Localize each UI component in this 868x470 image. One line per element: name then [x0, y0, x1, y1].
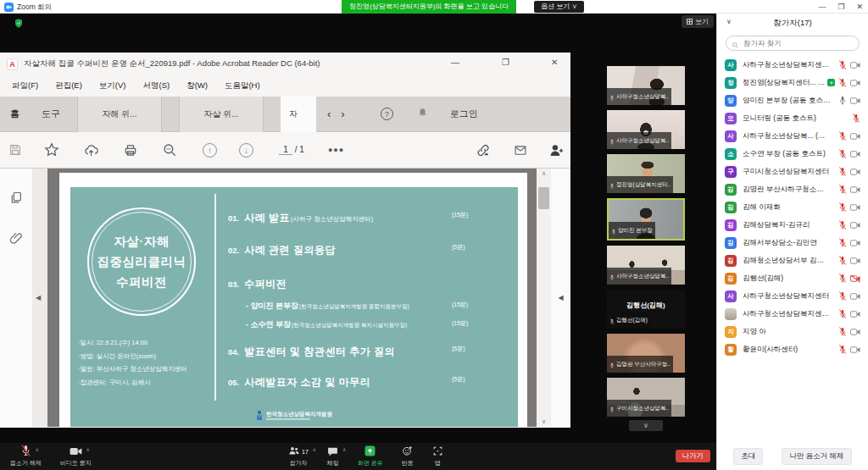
mic-muted-icon [838, 307, 847, 322]
print-icon[interactable] [123, 143, 138, 158]
avatar: 김 [725, 255, 737, 267]
more-videos-button[interactable]: ∨ [629, 420, 663, 431]
participant-row[interactable]: 소소수연 부장 (공동 호스트) [717, 145, 868, 163]
security-shield-icon[interactable] [14, 17, 24, 32]
participant-row[interactable]: 김김해청소년상담서부 김진숙 [717, 252, 868, 269]
leave-button[interactable]: 나가기 [676, 450, 711, 462]
participant-row[interactable]: 지지영 아 [717, 323, 868, 340]
email-icon[interactable] [513, 144, 528, 157]
view-options-button[interactable]: 옵션 보기 ∨ [534, 1, 584, 13]
acrobat-reader-window: A 자살자해 집클 수퍼비전 운영 순서_220919.pdf - Adobe … [0, 53, 570, 428]
save-icon[interactable] [8, 143, 22, 157]
bell-icon[interactable] [417, 107, 428, 122]
screen-viewing-banner: 정진영(상담복지센터지원부)의 화면을 보고 있습니다 [342, 0, 516, 14]
page-number-field[interactable]: 1 [279, 145, 292, 155]
video-tile[interactable]: 김행선(김해)김행선(김해) [607, 290, 685, 329]
video-tile[interactable]: 사하구청소년상담복.. [607, 110, 685, 149]
mic-muted-icon [838, 129, 847, 144]
view-button[interactable]: 보기 [682, 15, 714, 28]
next-page-icon[interactable]: ↓ [239, 143, 253, 158]
pdf-maximize-button[interactable]: ❐ [502, 58, 509, 67]
pdf-menu-item-2[interactable]: 보기(V) [91, 80, 135, 91]
caret-up-icon[interactable]: ∧ [342, 446, 346, 452]
video-tile[interactable]: 사하구청소년상담복.. [607, 66, 685, 105]
agenda-item: 01.사례 발표(사하구 청소년상담복지센터)(15분) [228, 211, 511, 225]
participant-row[interactable]: 김김행선(김해) [717, 269, 868, 287]
video-tile[interactable]: 구미시청소년상담복.. [607, 378, 685, 417]
cloud-upload-icon[interactable] [83, 143, 99, 158]
more-tools-icon[interactable]: ●●● [328, 146, 344, 154]
participant-row[interactable]: 황황윤미(사하센터) [717, 340, 868, 358]
pdf-scrollbar-thumb[interactable] [538, 187, 549, 209]
mic-muted-icon [838, 182, 847, 197]
participant-row[interactable]: 모모니터링 (공동 호스트) [717, 109, 868, 127]
camera-icon [850, 342, 860, 357]
video-tile[interactable]: 김명란 부산사하구청.. [607, 334, 685, 373]
participant-row[interactable]: 양양미진 본부장 (공동 호스트) [717, 91, 868, 109]
participant-row[interactable]: 사사하구청소년상담복지센터(장... (나) [717, 56, 868, 74]
toolbar-chat-button[interactable]: ∧채팅 [327, 445, 339, 467]
participant-row[interactable]: 김김해서부상담소-김민연 [717, 234, 868, 252]
sign-person-icon[interactable] [548, 143, 564, 158]
participant-row[interactable]: 정정진영(상담복지센터... (호스트) [717, 74, 868, 91]
toolbar-participants-button[interactable]: 17∧참가자 [288, 445, 309, 467]
search-icon [732, 37, 739, 53]
login-button[interactable]: 로그인 [450, 108, 478, 120]
participant-name: 구미시청소년상담복지센터 [743, 167, 829, 177]
close-button[interactable]: ✕ [856, 3, 863, 11]
search-icon[interactable] [162, 142, 177, 158]
participant-row[interactable]: 사사하구청소년상담복... (공동 호스트) [717, 127, 868, 145]
minimize-button[interactable]: — [818, 3, 826, 11]
camera-off-icon [850, 271, 860, 286]
attachments-paperclip-icon[interactable] [9, 231, 23, 248]
pdf-close-button[interactable]: ✕ [551, 58, 558, 67]
participant-name: 사하구청소년상담복지센터(장... (나) [743, 60, 831, 70]
participant-row[interactable]: 구구미시청소년상담복지센터 [717, 163, 868, 180]
caret-up-icon[interactable]: ∧ [86, 446, 90, 452]
toolbar-mute-button[interactable]: ∧음소거 해제 [10, 445, 42, 467]
previous-page-icon[interactable]: ↑ [203, 143, 217, 158]
collapse-right-panel[interactable]: ◀ [551, 169, 570, 427]
video-tile[interactable]: 양미진 본부장 [607, 198, 685, 241]
help-icon[interactable]: ? [381, 108, 393, 120]
pdf-menu-item-3[interactable]: 서명(S) [134, 80, 178, 91]
participant-name: 사하구청소년상담복지센터 김서정... [743, 309, 831, 319]
invite-button[interactable]: 초대 [733, 448, 763, 465]
participant-row[interactable]: 사사하구청소년상담복지센터 [717, 287, 868, 305]
caret-up-icon[interactable]: ∧ [312, 446, 315, 452]
pdf-menu-item-5[interactable]: 도움말(H) [216, 80, 269, 91]
doc-tab-active[interactable]: 자 [280, 97, 317, 132]
participant-name: 김해청소년상담서부 김진숙 [743, 256, 831, 266]
pdf-menu-item-1[interactable]: 편집(E) [47, 80, 91, 91]
share-link-icon[interactable] [476, 143, 491, 158]
participant-name: 김명란 부산사하구청소년상담복지... [743, 185, 831, 195]
video-tile[interactable]: 사하구청소년상담복.. [607, 246, 685, 285]
pdf-menu-item-0[interactable]: 파일(F) [3, 80, 47, 91]
toolbar-share-button[interactable]: 화면 공유 [358, 445, 383, 467]
pdf-menu-item-4[interactable]: 창(W) [178, 80, 216, 91]
page-indicator: 1 / 1 [279, 145, 304, 155]
toolbar-video-button[interactable]: ∧비디오 중지 [60, 445, 92, 467]
maximize-button[interactable]: ❐ [837, 3, 844, 11]
avatar: 모 [725, 113, 737, 124]
participant-row[interactable]: 사하구청소년상담복지센터 김서정... [717, 305, 868, 323]
doc-tab-2[interactable]: 자살 위... [179, 97, 264, 132]
toolbar-apps-button[interactable]: 앱 [432, 445, 443, 467]
search-input[interactable] [726, 36, 860, 51]
tab-home[interactable]: 홈 [10, 108, 19, 120]
doc-tab-1[interactable]: 자해 위... [77, 97, 162, 132]
toolbar-reactions-button[interactable]: 반응 [402, 445, 414, 467]
collapse-left-panel-icon[interactable]: ◀ [36, 294, 41, 301]
participant-row[interactable]: 김김해상담복지-김규리 [717, 216, 868, 234]
avatar: 김 [725, 184, 737, 196]
participant-row[interactable]: 김김명란 부산사하구청소년상담복지... [717, 180, 868, 198]
pdf-minimize-button[interactable]: — [451, 58, 459, 67]
unmute-self-button[interactable]: 나만 음소거 해제 [782, 448, 851, 465]
participant-row[interactable]: 김김해 이재화 [717, 198, 868, 216]
caret-up-icon[interactable]: ∧ [36, 446, 39, 452]
star-icon[interactable] [44, 142, 59, 158]
video-tile[interactable]: 정진영(상담복지센터.. [607, 154, 685, 193]
tab-nav-arrows[interactable]: ‹› [327, 108, 355, 120]
page-thumbnails-icon[interactable] [9, 191, 23, 208]
tab-tools[interactable]: 도구 [42, 108, 60, 120]
